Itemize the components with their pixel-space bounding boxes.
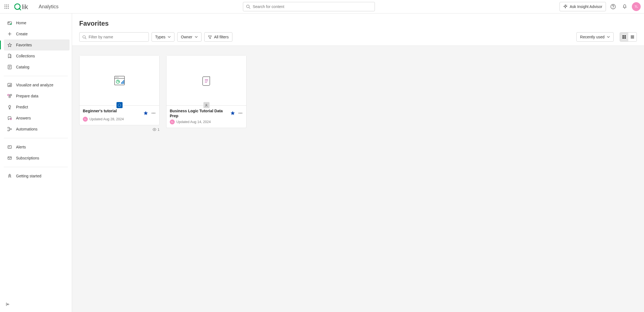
sidebar-item-visualize[interactable]: Visualize and analyze [4,79,70,90]
card-body: Business Logic Tutorial Data Prep [166,106,246,128]
card-container: Beginner's tutorial [79,55,160,132]
rocket-icon [7,174,12,178]
svg-text:lik: lik [22,3,28,10]
svg-point-73 [240,113,241,114]
sidebar-item-predict[interactable]: Predict [4,102,70,113]
user-avatar[interactable]: TL [632,2,641,11]
card-container: Business Logic Tutorial Data Prep [166,55,247,132]
sidebar-item-answers[interactable]: Answers [4,113,70,124]
sidebar-item-catalog[interactable]: Catalog [4,62,70,73]
types-filter-button[interactable]: Types [152,32,174,42]
sidebar-item-subscriptions[interactable]: Subscriptions [4,153,70,164]
collapse-sidebar-button[interactable] [4,300,12,308]
svg-point-67 [154,129,155,130]
all-filters-button[interactable]: All filters [204,32,232,42]
view-toggle [620,32,637,42]
main-content: Favorites Types Owner [72,14,644,312]
svg-rect-49 [622,37,624,39]
prepare-icon [7,94,12,98]
filter-by-name-input[interactable] [79,32,149,42]
svg-rect-31 [9,96,10,98]
nav-divider [4,76,68,76]
global-search-field[interactable] [253,4,372,9]
star-icon [7,42,12,47]
sidebar-item-home[interactable]: Home [4,17,70,28]
favorite-toggle-button[interactable] [230,111,235,116]
home-icon [7,20,12,25]
sidebar-item-prepare[interactable]: Prepare data [4,90,70,102]
chevron-down-icon [195,35,198,39]
sidebar-item-alerts[interactable]: Alerts [4,142,70,153]
favorite-toggle-button[interactable] [143,111,148,116]
card-more-button[interactable] [238,111,243,116]
star-filled-icon [230,111,235,116]
grid-view-button[interactable] [620,33,628,41]
svg-rect-28 [10,84,11,86]
filter-icon [208,35,212,39]
sidebar-item-label: Subscriptions [16,156,39,160]
layout: Home Create Favorites Collections [0,14,644,312]
sidebar-item-favorites[interactable]: Favorites [4,39,70,50]
automations-icon [7,127,12,132]
sidebar: Home Create Favorites Collections [0,14,72,312]
favorite-card[interactable]: Beginner's tutorial [79,55,160,125]
card-thumbnail [166,55,246,106]
svg-point-7 [6,8,7,9]
help-button[interactable] [609,2,618,11]
subscriptions-icon [7,156,12,161]
svg-rect-30 [10,94,12,96]
svg-point-1 [6,4,7,5]
ask-insight-advisor-button[interactable]: Ask Insight Advisor [560,2,606,11]
card-updated-text: Updated Aug 28, 2024 [89,117,124,121]
catalog-icon [7,65,12,70]
filter-field[interactable] [89,35,146,39]
global-search-input[interactable] [243,2,375,11]
sidebar-item-create[interactable]: Create [4,28,70,39]
plus-icon [7,31,12,36]
bookmark-icon [7,54,12,58]
svg-rect-47 [622,35,624,37]
svg-rect-61 [122,81,123,84]
svg-point-65 [153,113,154,114]
notifications-button[interactable] [620,2,629,11]
alerts-icon [7,145,12,150]
svg-rect-36 [8,130,9,131]
sidebar-item-label: Predict [16,105,28,109]
svg-point-74 [242,113,242,114]
app-launcher-button[interactable] [3,3,10,10]
sidebar-item-automations[interactable]: Automations [4,124,70,135]
answers-icon [7,116,12,121]
svg-point-8 [8,8,9,9]
sidebar-item-collections[interactable]: Collections [4,50,70,62]
help-icon [610,4,616,9]
svg-rect-62 [123,80,124,84]
sidebar-item-getting-started[interactable]: Getting started [4,170,70,182]
sidebar-item-label: Catalog [16,65,29,69]
toolbar: Types Owner All filters Recently used [79,32,637,46]
avatar-initials: TL [635,5,638,8]
list-view-button[interactable] [628,33,637,41]
space-badge [203,102,210,108]
svg-rect-38 [8,146,12,148]
sort-button[interactable]: Recently used [576,32,614,42]
svg-point-71 [206,104,207,105]
card-title: Business Logic Tutorial Data Prep [170,108,230,118]
owner-filter-button[interactable]: Owner [177,32,201,42]
owner-avatar: TL [170,119,175,124]
owner-label: Owner [181,35,192,39]
bell-icon [622,4,627,9]
card-more-button[interactable] [151,111,156,116]
content-area: Beginner's tutorial [72,46,644,312]
product-section-label: Analytics [39,4,59,10]
favorite-card[interactable]: Business Logic Tutorial Data Prep [166,55,247,128]
sidebar-bottom [0,298,72,312]
list-view-icon [630,35,635,39]
svg-point-56 [116,77,116,78]
svg-point-5 [8,6,9,7]
svg-point-57 [117,77,117,78]
logo[interactable]: lik Analytics [14,2,59,11]
card-thumbnail [79,55,159,106]
svg-rect-35 [8,127,9,128]
more-horizontal-icon [151,111,156,116]
views-count: 1 [158,127,160,132]
